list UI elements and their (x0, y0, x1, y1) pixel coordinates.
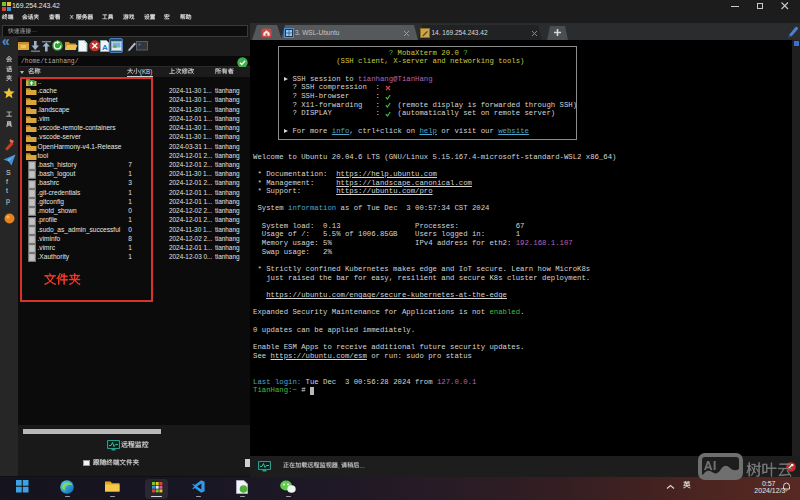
svg-text:A: A (102, 43, 108, 52)
